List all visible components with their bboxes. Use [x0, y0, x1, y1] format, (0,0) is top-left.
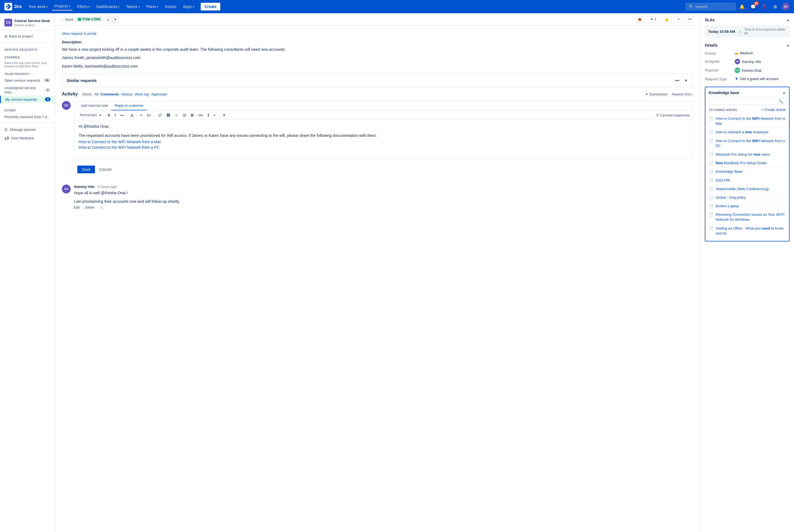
next-issue-button[interactable]: ▼	[112, 16, 119, 23]
give-feedback-link[interactable]: 📢 Give feedback	[0, 134, 55, 142]
ai-button[interactable]: ✦	[221, 112, 227, 118]
create-article-button[interactable]: + Create article	[761, 108, 786, 112]
watch-button[interactable]: 👁 1	[647, 16, 659, 23]
comment-content[interactable]: Hi @Keisha Onai , The requested accounts…	[74, 120, 693, 159]
request-type-row: Request Type ▼ Get a guest wifi account	[705, 76, 790, 81]
view-portal-link[interactable]: View request in portal	[62, 32, 96, 36]
comment-body: The requested accounts have been provisi…	[79, 132, 689, 138]
sla-item: Today 10:59 AM ✓ Time to first response …	[705, 25, 790, 38]
wifi-link-mac[interactable]: How to Connect to the WiFi Network from …	[79, 140, 689, 144]
issue-key-badge: ITSM-17065	[76, 17, 103, 22]
wifi-link-pc[interactable]: How to Connect to the WiFi Network from …	[79, 145, 689, 150]
kb-article-2: 📄 How to onboard a new employee	[709, 128, 786, 137]
kb-article-link-2[interactable]: How to onboard a new employee	[716, 130, 769, 135]
more-format-button[interactable]: •••	[118, 112, 126, 118]
filter-comments[interactable]: Comments	[100, 92, 119, 96]
jira-logo[interactable]: Jira	[4, 3, 21, 11]
sidebar-item-unassigned-requests[interactable]: Unassigned service requ... 1	[0, 84, 55, 96]
kb-article-link-1[interactable]: How to Connect to the WiFi Network from …	[716, 116, 786, 126]
italic-button[interactable]: I	[113, 112, 117, 118]
canned-responses-button[interactable]: ↺ Knowledge base Canned responses	[656, 113, 690, 117]
kb-article-link-12[interactable]: Visiting an Office - What you need to kn…	[716, 226, 786, 236]
info-button[interactable]: ℹ	[206, 112, 211, 118]
thumbsup-button[interactable]: 👍	[662, 16, 672, 23]
reporter-avatar: KO	[735, 68, 740, 73]
chevron-down-icon: ▾	[69, 5, 70, 8]
sidebar-item-recently-resolved[interactable]: Recently resolved (last 7 d...	[0, 113, 55, 120]
kb-collapse-button[interactable]: ▲	[782, 91, 786, 95]
cancel-button[interactable]: Cancel	[97, 166, 114, 173]
emoji-button[interactable]: ☺	[173, 112, 180, 118]
slas-collapse-button[interactable]: ▲	[786, 18, 790, 22]
assets-nav[interactable]: Assets	[163, 3, 179, 10]
emoji-reaction-button[interactable]: ☺	[100, 206, 103, 209]
comment-greeting: Hi @Keisha Onai ,	[79, 124, 689, 129]
link-button[interactable]: 🔗	[156, 112, 164, 118]
tab-reply-customer[interactable]: Reply to customer	[111, 101, 147, 110]
kb-article-link-6[interactable]: Knowledge Base	[716, 169, 743, 174]
numbered-list-button[interactable]: 1≡	[145, 112, 153, 118]
bullet-list-button[interactable]: ≡	[139, 112, 144, 118]
settings-button[interactable]: ⚙	[771, 2, 780, 11]
summarize-button[interactable]: ✦ Summarize	[645, 92, 668, 96]
edit-comment-button[interactable]: Edit	[74, 206, 80, 209]
manage-queues-link[interactable]: ☰ Manage queues	[0, 125, 55, 134]
kb-article-link-10[interactable]: Broken Laptop	[716, 204, 739, 209]
similar-requests-collapse-button[interactable]: ▾	[683, 77, 689, 83]
your-work-nav[interactable]: Your work ▾	[26, 3, 50, 10]
filters-nav[interactable]: Filters ▾	[75, 3, 92, 10]
image-button[interactable]: 🖼	[165, 112, 172, 118]
kb-article-link-11[interactable]: Resolving Connection Issues on Your Wi-F…	[716, 212, 786, 222]
issue-breadcrumb: ← Back ITSM-17065 ▲ ▼ 📤 👁 1 👍 ↗ •••	[55, 13, 700, 26]
sidebar-item-open-requests[interactable]: Open service requests 16	[0, 77, 55, 84]
prev-issue-button[interactable]: ▲	[105, 16, 112, 23]
kb-title: Knowledge base	[709, 91, 739, 95]
kb-article-link-5[interactable]: New MacBook Pro Setup Guide	[716, 160, 767, 166]
kb-article-link-4[interactable]: Macbook Pro Setup for new users	[716, 152, 770, 157]
details-collapse-button[interactable]: ▲	[786, 43, 790, 47]
code-button[interactable]: </>	[196, 112, 205, 118]
text-color-button[interactable]: A	[129, 112, 135, 118]
kb-article-link-8[interactable]: TeamHuddle (Web Conferencing)	[716, 187, 769, 191]
kb-search-input[interactable]	[711, 99, 777, 103]
table-button[interactable]: ⊞	[189, 112, 195, 118]
global-search[interactable]: 🔍 Search	[686, 3, 736, 10]
filter-history[interactable]: History	[122, 92, 132, 96]
arrow-left-icon: ←	[61, 17, 64, 21]
share-link-button[interactable]: ↗	[674, 16, 683, 23]
kb-article-4: 📄 Macbook Pro Setup for new users	[709, 150, 786, 159]
similar-requests-more-button[interactable]: •••	[673, 78, 681, 83]
more-button[interactable]: •••	[685, 16, 695, 23]
user-avatar[interactable]: SV	[782, 3, 790, 11]
kb-article-link-9[interactable]: Global - Dog policy	[716, 195, 746, 200]
share-button[interactable]: 📤	[635, 16, 645, 23]
save-button[interactable]: Save	[77, 166, 95, 173]
filter-approvals[interactable]: Approvals	[151, 92, 167, 96]
teams-nav[interactable]: Teams ▾	[124, 3, 142, 10]
kb-article-link-7[interactable]: SSO PIR	[716, 178, 730, 183]
filter-worklog[interactable]: Work log	[135, 92, 149, 96]
projects-nav[interactable]: Projects ▾	[52, 3, 73, 11]
bold-button[interactable]: B	[106, 112, 112, 118]
article-icon: 📄	[709, 204, 714, 208]
text-style-select[interactable]: Normal text	[78, 112, 103, 118]
back-button[interactable]: ← Back	[61, 17, 73, 21]
kb-articles-list: 📄 How to Connect to the WiFi Network fro…	[709, 115, 786, 238]
back-to-project-link[interactable]: ⊞ Back to project	[0, 33, 55, 40]
delete-comment-button[interactable]: Delete	[85, 206, 95, 209]
dashboards-nav[interactable]: Dashboards ▾	[94, 3, 122, 10]
plans-nav[interactable]: Plans ▾	[144, 3, 161, 10]
sort-button[interactable]: Newest first ↕	[672, 92, 694, 96]
sidebar-item-my-requests[interactable]: My service requests 4	[0, 96, 55, 103]
mention-button[interactable]: @	[181, 112, 188, 118]
article-icon: 📄	[709, 152, 714, 157]
more-elements-button[interactable]: +	[212, 112, 217, 118]
create-button[interactable]: Create	[201, 3, 221, 11]
kb-article-link-3[interactable]: How to Connect to the WiFi Network from …	[716, 138, 786, 149]
tab-internal-note[interactable]: Add internal note	[78, 101, 111, 110]
help-button[interactable]: ❓	[760, 2, 769, 11]
apps-nav[interactable]: Apps ▾	[181, 3, 196, 10]
notifications-button[interactable]: 🔔	[738, 2, 746, 11]
kb-article-8: 📄 TeamHuddle (Web Conferencing)	[709, 185, 786, 193]
filter-all[interactable]: All	[94, 92, 98, 96]
